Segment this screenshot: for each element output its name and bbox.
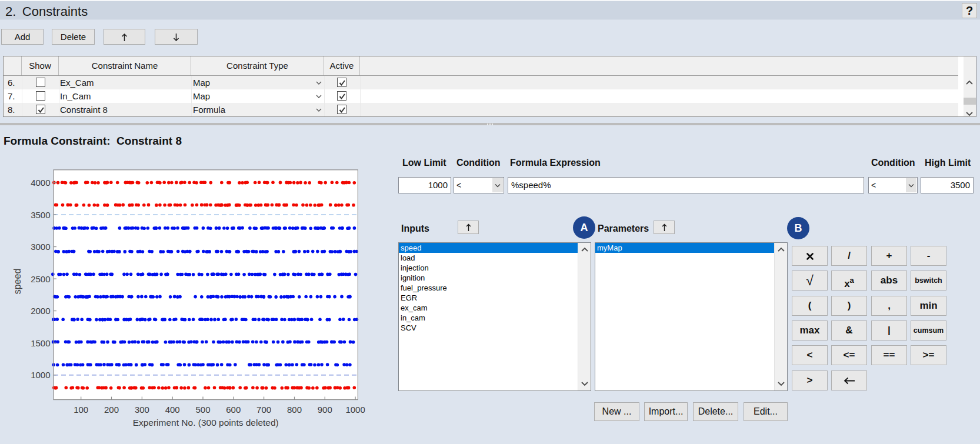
svg-text:3000: 3000 [31, 242, 50, 252]
svg-text:1000: 1000 [345, 405, 365, 415]
svg-text:3500: 3500 [31, 210, 50, 220]
svg-text:4000: 4000 [31, 178, 50, 188]
svg-text:speed: speed [12, 269, 22, 295]
svg-text:400: 400 [165, 405, 180, 415]
svg-text:Experiment No. (300 points del: Experiment No. (300 points deleted) [133, 418, 279, 428]
svg-text:200: 200 [104, 405, 119, 415]
svg-text:300: 300 [135, 405, 149, 415]
svg-text:100: 100 [74, 405, 88, 415]
svg-text:500: 500 [195, 405, 210, 415]
svg-text:900: 900 [318, 405, 332, 415]
svg-text:2000: 2000 [31, 306, 50, 316]
svg-text:600: 600 [226, 405, 241, 415]
svg-text:700: 700 [256, 405, 271, 415]
svg-text:1000: 1000 [31, 370, 50, 380]
svg-text:2500: 2500 [31, 274, 50, 284]
svg-text:800: 800 [287, 405, 302, 415]
svg-text:1500: 1500 [31, 338, 50, 348]
